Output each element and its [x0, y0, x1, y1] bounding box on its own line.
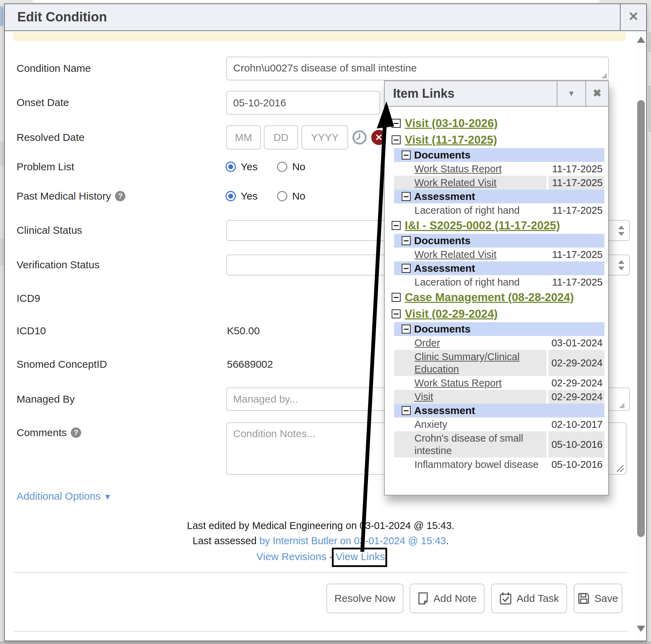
- item-date: 05-10-2016: [548, 458, 604, 471]
- item-date: 11-17-2025: [548, 162, 604, 176]
- additional-options-label: Additional Options: [17, 490, 101, 502]
- background-band: [0, 142, 4, 166]
- last-assessed-suffix: .: [446, 535, 449, 546]
- help-icon[interactable]: ?: [115, 191, 125, 201]
- onset-date-label: Onset Date: [17, 96, 69, 109]
- item-links-panel: Item Links ▼ ✖ Visit (03-10-2026) Visit …: [384, 80, 609, 496]
- item-link[interactable]: Work Related Visit: [394, 248, 548, 261]
- resolve-now-label: Resolve Now: [334, 593, 395, 604]
- collapse-toggle-icon[interactable]: [392, 293, 401, 302]
- condition-name-input[interactable]: Crohn\u0027s disease of small intestine: [226, 57, 609, 80]
- tree-item-row: Order 03-01-2024: [394, 336, 604, 350]
- collapse-toggle-icon[interactable]: [392, 119, 401, 128]
- visit-link[interactable]: Visit (02-29-2024): [405, 307, 498, 320]
- item-date: 11-17-2025: [548, 248, 604, 261]
- additional-options-link[interactable]: Additional Options ▼: [17, 490, 112, 502]
- item-date: 02-29-2024: [548, 350, 604, 376]
- view-links-link[interactable]: View Links: [336, 551, 385, 562]
- item-date: 05-10-2016: [548, 431, 604, 458]
- visit-link[interactable]: Visit (03-10-2026): [405, 117, 498, 130]
- item-date: 03-01-2024: [548, 336, 604, 350]
- save-button[interactable]: Save: [574, 584, 622, 613]
- item-link[interactable]: Inflammatory bowel disease: [394, 458, 548, 471]
- resolved-year-input[interactable]: [301, 125, 348, 150]
- tree-item-row: Work Status Report 11-17-2025: [394, 162, 604, 176]
- tree-visit-row: I&I - S2025-0002 (11-17-2025): [385, 217, 608, 234]
- tree-section-row: Documents: [394, 148, 604, 162]
- link-separator: -: [329, 551, 333, 562]
- collapse-toggle-icon[interactable]: [392, 309, 401, 318]
- section-label: Documents: [414, 149, 470, 161]
- item-link[interactable]: Crohn's disease of small intestine: [394, 431, 546, 458]
- scroll-down-icon[interactable]: [637, 626, 645, 632]
- collapse-toggle-icon[interactable]: [402, 236, 411, 245]
- collapse-toggle-icon[interactable]: [392, 221, 401, 230]
- item-link[interactable]: Clinic Summary/Clinical Education: [394, 350, 546, 376]
- past-medical-history-no-radio[interactable]: [277, 191, 287, 201]
- onset-date-input[interactable]: [226, 91, 380, 115]
- tree-section-row: Documents: [394, 234, 604, 248]
- note-icon: [418, 592, 429, 605]
- condition-name-label: Condition Name: [17, 61, 91, 75]
- tree-section-row: Assessment: [394, 404, 604, 417]
- collapse-toggle-icon[interactable]: [392, 135, 401, 144]
- icd10-value: K50.00: [227, 324, 260, 338]
- last-assessed-link[interactable]: by Internist Butler on 03-01-2024 @ 15:4…: [259, 535, 446, 546]
- past-medical-history-yes-radio[interactable]: [226, 191, 236, 201]
- background-blue-element: [0, 6, 3, 26]
- add-note-button[interactable]: Add Note: [410, 584, 485, 613]
- time-picker-icon[interactable]: [352, 130, 367, 145]
- collapse-toggle-icon[interactable]: [402, 151, 411, 160]
- item-link[interactable]: Anxiety: [394, 417, 548, 431]
- dialog-close-icon[interactable]: ✕: [620, 4, 646, 30]
- select-stepper-icon[interactable]: [618, 260, 624, 270]
- dialog-scrollbar[interactable]: [636, 31, 645, 640]
- resize-handle-icon[interactable]: [619, 403, 624, 408]
- edit-condition-dialog: Edit Condition ✕ Condition Name Crohn\u0…: [4, 3, 647, 641]
- problem-list-yes-label: Yes: [241, 161, 258, 173]
- section-label: Documents: [414, 235, 470, 247]
- item-date: 02-10-2017: [548, 417, 604, 431]
- item-link[interactable]: Laceration of right hand: [394, 203, 548, 217]
- select-stepper-icon[interactable]: [618, 225, 624, 236]
- view-revisions-link[interactable]: View Revisions: [256, 551, 326, 562]
- scroll-up-icon[interactable]: [637, 37, 645, 43]
- add-task-button[interactable]: Add Task: [491, 584, 567, 613]
- add-task-label: Add Task: [517, 593, 559, 604]
- section-label: Assessment: [414, 191, 475, 202]
- item-link[interactable]: Work Status Report: [394, 162, 548, 176]
- background-page-strip: [33, 0, 599, 3]
- last-edited-text: Last edited by Medical Engineering on 03…: [5, 519, 636, 532]
- resize-handle-icon[interactable]: [601, 73, 607, 78]
- visit-link[interactable]: I&I - S2025-0002 (11-17-2025): [405, 219, 560, 232]
- condition-name-field-wrap: Crohn\u0027s disease of small intestine: [226, 57, 609, 80]
- resolved-day-input[interactable]: [264, 125, 298, 150]
- dialog-title: Edit Condition: [17, 4, 107, 30]
- visit-link[interactable]: Case Management (08-28-2024): [405, 291, 574, 304]
- item-link[interactable]: Visit: [394, 390, 546, 404]
- tree-item-row: Crohn's disease of small intestine 05-10…: [394, 431, 604, 458]
- problem-list-yes-radio[interactable]: [226, 162, 236, 172]
- item-link[interactable]: Order: [394, 336, 548, 350]
- collapse-toggle-icon[interactable]: [402, 264, 411, 273]
- help-icon[interactable]: ?: [71, 427, 81, 438]
- collapse-toggle-icon[interactable]: [402, 406, 411, 415]
- visit-link[interactable]: Visit (11-17-2025): [405, 133, 497, 146]
- panel-collapse-icon[interactable]: ▼: [557, 81, 585, 106]
- dialog-titlebar: Edit Condition: [5, 4, 646, 31]
- panel-close-icon[interactable]: ✖: [585, 81, 608, 106]
- problem-list-no-radio[interactable]: [277, 162, 287, 172]
- footer-divider: [13, 572, 628, 573]
- collapse-toggle-icon[interactable]: [402, 325, 411, 334]
- resolve-now-button[interactable]: Resolve Now: [326, 584, 403, 613]
- resize-handle-icon[interactable]: [617, 465, 624, 472]
- collapse-toggle-icon[interactable]: [402, 192, 411, 201]
- add-note-label: Add Note: [433, 593, 477, 604]
- item-link[interactable]: Work Status Report: [394, 376, 548, 390]
- tree-visit-row: Visit (02-29-2024): [385, 306, 608, 322]
- item-link[interactable]: Work Related Visit: [394, 176, 546, 190]
- resolved-month-input[interactable]: [226, 125, 261, 150]
- revision-links-row: View Revisions - View Links: [5, 550, 636, 564]
- item-link[interactable]: Laceration of right hand: [394, 275, 548, 289]
- scrollbar-thumb[interactable]: [637, 100, 645, 537]
